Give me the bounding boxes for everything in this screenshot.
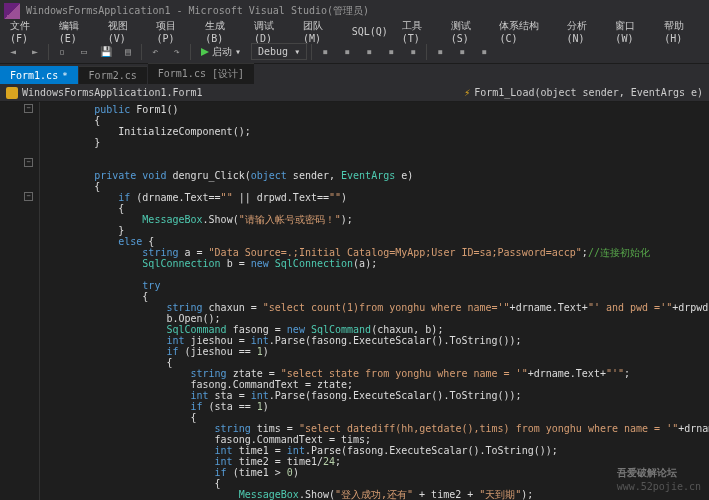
menu-item[interactable]: SQL(Q) — [346, 24, 394, 39]
separator — [141, 44, 142, 60]
save-all-icon[interactable]: ▤ — [119, 43, 137, 61]
separator — [48, 44, 49, 60]
new-icon[interactable]: ▫ — [53, 43, 71, 61]
document-tab[interactable]: Form1.cs [设计] — [148, 63, 254, 84]
menu-item[interactable]: 帮助(H) — [658, 17, 705, 46]
start-debug-button[interactable]: 启动 ▾ — [195, 43, 247, 61]
class-selector[interactable]: WindowsFormsApplication1.Form1 — [22, 87, 203, 98]
menu-item[interactable]: 文件(F) — [4, 17, 51, 46]
watermark-en: www.52pojie.cn — [617, 481, 701, 492]
document-tabs: Form1.cs*Form2.csForm1.cs [设计] — [0, 64, 709, 84]
member-selector[interactable]: Form1_Load(object sender, EventArgs e) — [474, 87, 703, 98]
menu-item[interactable]: 工具(T) — [396, 17, 443, 46]
chevron-down-icon: ▾ — [235, 46, 241, 57]
nav-bar: WindowsFormsApplication1.Form1 ⚡ Form1_L… — [0, 84, 709, 102]
play-icon — [201, 48, 209, 56]
fold-toggle-icon[interactable]: − — [24, 158, 33, 167]
open-icon[interactable]: ▭ — [75, 43, 93, 61]
start-label: 启动 — [212, 45, 232, 59]
gutter[interactable]: −−− — [0, 102, 40, 500]
tool-icon-1[interactable]: ▪ — [316, 43, 334, 61]
separator — [426, 44, 427, 60]
menu-item[interactable]: 视图(V) — [102, 17, 149, 46]
menu-item[interactable]: 体系结构(C) — [493, 17, 558, 46]
redo-icon[interactable]: ↷ — [168, 43, 186, 61]
class-icon — [6, 87, 18, 99]
tool-icon-6[interactable]: ▪ — [431, 43, 449, 61]
menu-item[interactable]: 团队(M) — [297, 17, 344, 46]
save-icon[interactable]: 💾 — [97, 43, 115, 61]
menu-item[interactable]: 窗口(W) — [609, 17, 656, 46]
code-area[interactable]: public Form1() { InitializeComponent(); … — [40, 102, 709, 500]
watermark: 吾爱破解论坛 www.52pojie.cn — [617, 466, 701, 492]
separator — [311, 44, 312, 60]
menu-item[interactable]: 分析(N) — [561, 17, 608, 46]
fold-toggle-icon[interactable]: − — [24, 192, 33, 201]
nav-fwd-icon[interactable]: ► — [26, 43, 44, 61]
config-label: Debug — [258, 46, 288, 57]
nav-back-icon[interactable]: ◄ — [4, 43, 22, 61]
lightning-icon: ⚡ — [464, 87, 470, 98]
menu-item[interactable]: 编辑(E) — [53, 17, 100, 46]
menu-item[interactable]: 测试(S) — [445, 17, 492, 46]
editor[interactable]: −−− public Form1() { InitializeComponent… — [0, 102, 709, 500]
undo-icon[interactable]: ↶ — [146, 43, 164, 61]
tool-icon-4[interactable]: ▪ — [382, 43, 400, 61]
menu-item[interactable]: 项目(P) — [150, 17, 197, 46]
tool-icon-2[interactable]: ▪ — [338, 43, 356, 61]
fold-toggle-icon[interactable]: − — [24, 104, 33, 113]
menu-bar: 文件(F)编辑(E)视图(V)项目(P)生成(B)调试(D)团队(M)SQL(Q… — [0, 22, 709, 40]
tool-icon-7[interactable]: ▪ — [453, 43, 471, 61]
separator — [190, 44, 191, 60]
document-tab[interactable]: Form2.cs — [79, 66, 147, 84]
watermark-zh: 吾爱破解论坛 — [617, 467, 677, 478]
menu-item[interactable]: 调试(D) — [248, 17, 295, 46]
tool-icon-8[interactable]: ▪ — [475, 43, 493, 61]
config-dropdown[interactable]: Debug ▾ — [251, 43, 307, 60]
tool-icon-3[interactable]: ▪ — [360, 43, 378, 61]
tool-icon-5[interactable]: ▪ — [404, 43, 422, 61]
menu-item[interactable]: 生成(B) — [199, 17, 246, 46]
document-tab[interactable]: Form1.cs* — [0, 66, 78, 84]
